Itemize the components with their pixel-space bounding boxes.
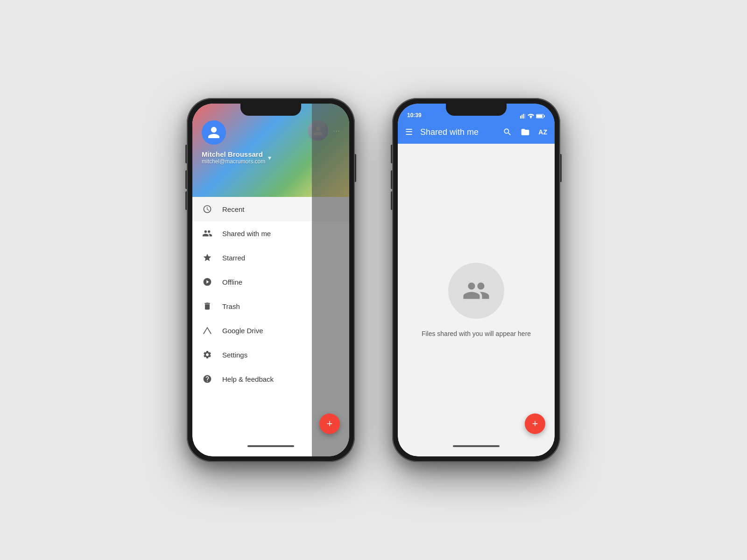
drive-icon (202, 325, 213, 336)
fab-button[interactable]: + (319, 413, 340, 434)
status-time: 10:39 (407, 112, 422, 119)
user-email: mitchel@macrumors.com (202, 158, 265, 165)
shared-icon (202, 228, 213, 239)
left-screen: ··· Mitchel Broussard mitchel@macrumors.… (192, 104, 349, 456)
search-icon[interactable] (503, 127, 512, 137)
left-phone: ··· Mitchel Broussard mitchel@macrumors.… (187, 98, 355, 462)
dropdown-arrow-icon[interactable]: ▾ (268, 154, 271, 161)
empty-state-message: Files shared with you will appear here (422, 330, 531, 337)
svg-rect-5 (544, 115, 545, 117)
drive-label: Google Drive (222, 327, 263, 335)
settings-label: Settings (222, 351, 247, 359)
settings-icon (202, 349, 213, 360)
svg-rect-2 (523, 114, 524, 119)
right-header-bar: ☰ Shared with me AZ (398, 120, 555, 144)
add-button[interactable]: + (525, 413, 545, 434)
status-icons (520, 114, 545, 119)
right-screen: 10:39 (398, 104, 555, 456)
clock-icon (202, 203, 213, 215)
offline-icon (202, 276, 213, 287)
avatar[interactable] (202, 120, 226, 145)
offline-label: Offline (222, 278, 242, 286)
page-title: Shared with me (420, 127, 479, 137)
home-indicator (247, 445, 294, 447)
trash-icon (202, 301, 213, 312)
overlay-backdrop (312, 104, 349, 456)
user-name: Mitchel Broussard (202, 150, 265, 158)
svg-rect-3 (524, 114, 525, 119)
menu-icon[interactable]: ☰ (405, 127, 413, 137)
right-phone: 10:39 (392, 98, 560, 462)
notch (446, 104, 507, 116)
folder-icon[interactable] (521, 127, 530, 137)
star-icon (202, 252, 213, 263)
help-label: Help & feedback (222, 375, 274, 383)
screen-content: Files shared with you will appear here + (398, 144, 555, 456)
starred-label: Starred (222, 254, 245, 262)
sort-az-button[interactable]: AZ (538, 128, 547, 136)
empty-state-illustration (448, 263, 504, 319)
svg-rect-1 (521, 115, 522, 119)
svg-rect-0 (520, 116, 521, 119)
trash-label: Trash (222, 302, 240, 310)
svg-rect-6 (536, 115, 543, 118)
notch (240, 104, 301, 116)
help-icon (202, 373, 213, 385)
home-indicator (453, 445, 500, 447)
recent-label: Recent (222, 205, 245, 213)
shared-label: Shared with me (222, 230, 271, 238)
